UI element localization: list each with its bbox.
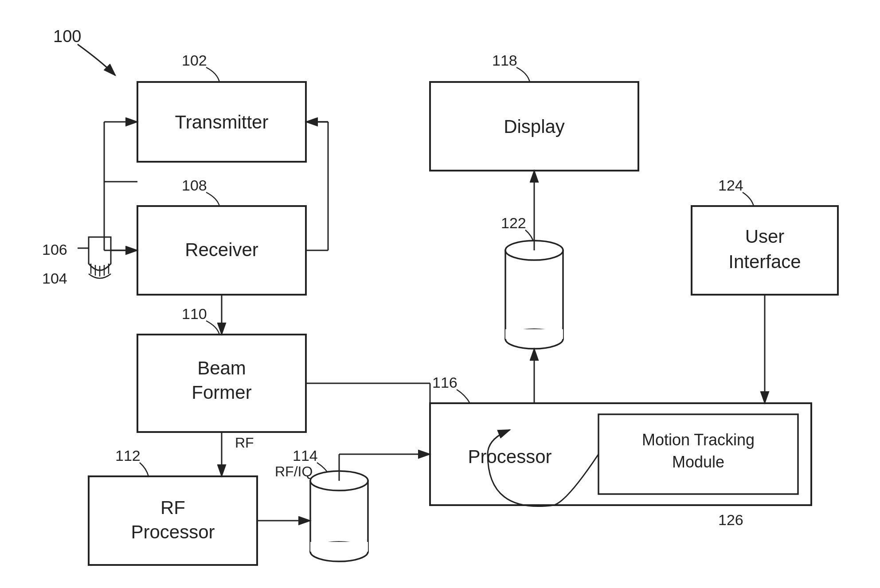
ref-122: 122 xyxy=(501,214,526,231)
rf-processor-label-2: Processor xyxy=(131,522,215,542)
rf-processor-block xyxy=(89,476,257,565)
receiver-label: Receiver xyxy=(185,239,258,260)
ref-124: 124 xyxy=(718,177,743,194)
ref-102: 102 xyxy=(182,52,207,69)
user-interface-label-2: Interface xyxy=(728,251,801,272)
display-label: Display xyxy=(504,116,565,137)
ref-106: 106 xyxy=(42,241,67,258)
rf-arrow-label: RF xyxy=(235,435,254,451)
ref-108: 108 xyxy=(182,177,207,194)
rf-buffer-body xyxy=(310,481,368,552)
user-interface-label-1: User xyxy=(745,226,785,247)
rf-processor-label-1: RF xyxy=(160,497,185,518)
ref-126: 126 xyxy=(718,511,743,528)
data-buffer-body xyxy=(505,250,563,339)
ref-104: 104 xyxy=(42,270,67,287)
ref-116: 116 xyxy=(432,374,458,391)
transmitter-label: Transmitter xyxy=(175,112,269,132)
motion-tracking-label-2: Module xyxy=(672,453,724,471)
processor-label: Processor xyxy=(468,446,551,467)
ref-114: 114 xyxy=(293,447,318,464)
transducer-body xyxy=(89,237,111,270)
rfiq-arrow-label: RF/IQ xyxy=(275,463,313,479)
ref-100: 100 xyxy=(53,27,81,46)
ref-112: 112 xyxy=(115,447,141,464)
rf-buffer-bottom-cover xyxy=(310,542,368,552)
ref-118: 118 xyxy=(492,52,517,69)
ref-110: 110 xyxy=(182,305,207,322)
beam-former-label-2: Former xyxy=(192,382,251,403)
user-interface-block xyxy=(692,206,838,295)
motion-tracking-label-1: Motion Tracking xyxy=(642,431,755,449)
diagram-container: 100 102 Transmitter 108 Receiver 110 xyxy=(0,0,880,588)
data-buffer-bottom-cover xyxy=(505,329,563,339)
beam-former-label-1: Beam xyxy=(197,358,246,378)
